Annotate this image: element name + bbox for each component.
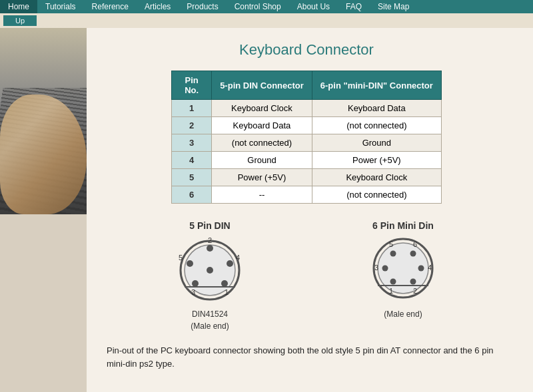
svg-text:2: 2 (413, 287, 417, 295)
svg-point-5 (192, 280, 199, 287)
pin-number-cell: 5 (172, 169, 212, 186)
5pin-label1: DIN41524 (167, 309, 253, 319)
pin-data-cell: (not connected) (312, 117, 441, 134)
pin-data-cell: Keyboard Clock (212, 100, 312, 117)
pin-data-cell: (not connected) (312, 186, 441, 204)
description: Pin-out of the PC keyboard connector sho… (107, 344, 506, 370)
nav-products[interactable]: Products (179, 0, 226, 13)
svg-text:6: 6 (413, 240, 417, 248)
nav-controlshop[interactable]: Control Shop (227, 0, 289, 13)
upbar: Up (0, 13, 533, 28)
svg-point-18 (410, 251, 416, 257)
svg-text:5: 5 (389, 240, 393, 248)
svg-text:1: 1 (389, 287, 393, 295)
main-layout: Keyboard Connector Pin No. 5-pin DIN Con… (0, 28, 533, 392)
pin-data-cell: (not connected) (212, 134, 312, 152)
pin-data-cell: Power (+5V) (212, 169, 312, 186)
table-row: 2Keyboard Data(not connected) (172, 117, 442, 134)
sidebar-image (0, 28, 87, 214)
svg-text:4: 4 (236, 254, 240, 262)
nav-faq[interactable]: FAQ (338, 0, 370, 13)
nav-home[interactable]: Home (0, 0, 37, 13)
5pin-svg: 2 4 5 1 3 (167, 234, 253, 307)
pin-data-cell: Ground (312, 134, 441, 152)
pin-data-cell: Keyboard Clock (312, 169, 441, 186)
6pin-label1: (Male end) (360, 309, 446, 319)
nav-articles[interactable]: Articles (137, 0, 179, 13)
svg-text:3: 3 (191, 288, 195, 296)
5pin-diagram: 5 Pin DIN (167, 220, 253, 331)
svg-point-4 (207, 245, 213, 252)
connector-table: Pin No. 5-pin DIN Connector 6-pin "mini-… (171, 71, 442, 204)
svg-text:5: 5 (179, 254, 183, 262)
svg-point-21 (390, 279, 396, 285)
pin-number-cell: 6 (172, 186, 212, 204)
6pin-diagram: 6 Pin Mini Din (360, 220, 446, 319)
sidebar (0, 28, 87, 392)
svg-text:1: 1 (225, 288, 229, 296)
table-row: 3(not connected)Ground (172, 134, 442, 152)
page-title: Keyboard Connector (100, 41, 513, 59)
6pin-svg: 5 6 3 4 1 2 (360, 234, 446, 307)
pin-data-cell: Power (+5V) (312, 152, 441, 169)
6pin-title: 6 Pin Mini Din (360, 220, 446, 231)
nav-reference[interactable]: Reference (84, 0, 137, 13)
col-header-6pin: 6-pin "mini-DIN" Connector (312, 71, 441, 100)
svg-point-17 (390, 251, 396, 257)
svg-text:4: 4 (428, 264, 432, 272)
table-row: 5Power (+5V)Keyboard Clock (172, 169, 442, 186)
table-row: 6--(not connected) (172, 186, 442, 204)
table-row: 1Keyboard ClockKeyboard Data (172, 100, 442, 117)
svg-point-8 (207, 267, 213, 274)
5pin-label2: (Male end) (167, 321, 253, 331)
svg-point-7 (187, 260, 193, 267)
5pin-title: 5 Pin DIN (167, 220, 253, 231)
nav-tutorials[interactable]: Tutorials (37, 0, 84, 13)
diagrams-section: 5 Pin DIN (113, 220, 500, 331)
svg-point-20 (418, 266, 424, 272)
nav-aboutus[interactable]: About Us (289, 0, 338, 13)
content-area: Keyboard Connector Pin No. 5-pin DIN Con… (87, 28, 533, 392)
svg-text:3: 3 (374, 264, 378, 272)
svg-point-3 (221, 280, 228, 287)
svg-point-22 (410, 279, 416, 285)
svg-point-19 (382, 266, 388, 272)
pin-data-cell: Ground (212, 152, 312, 169)
pin-data-cell: Keyboard Data (212, 117, 312, 134)
navbar: Home Tutorials Reference Articles Produc… (0, 0, 533, 13)
table-row: 4GroundPower (+5V) (172, 152, 442, 169)
svg-point-6 (227, 260, 233, 267)
pin-number-cell: 2 (172, 117, 212, 134)
pin-data-cell: Keyboard Data (312, 100, 441, 117)
pin-number-cell: 1 (172, 100, 212, 117)
pin-data-cell: -- (212, 186, 312, 204)
nav-sitemap[interactable]: Site Map (370, 0, 417, 13)
col-header-5pin: 5-pin DIN Connector (212, 71, 312, 100)
pin-number-cell: 3 (172, 134, 212, 152)
col-header-pinno: Pin No. (172, 71, 212, 100)
pin-number-cell: 4 (172, 152, 212, 169)
up-button[interactable]: Up (3, 15, 37, 26)
svg-text:2: 2 (208, 236, 212, 244)
